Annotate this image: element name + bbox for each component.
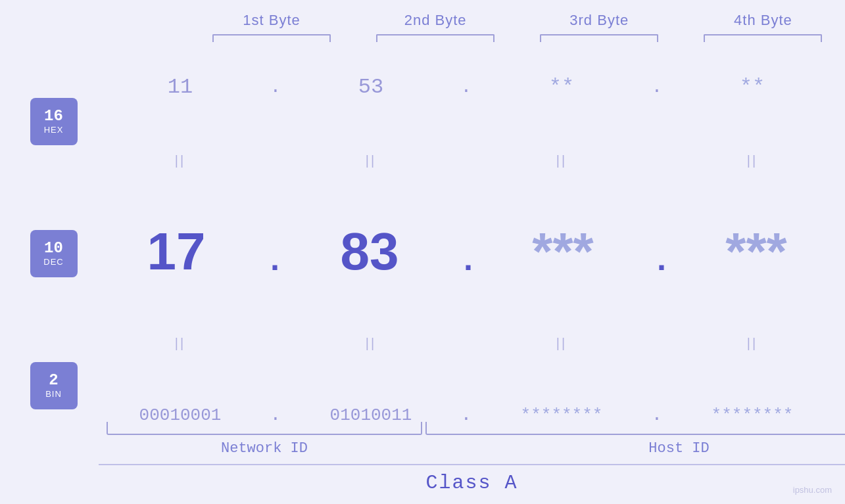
main-container: 1st Byte 2nd Byte 3rd Byte 4th Byte 16 H…	[0, 0, 845, 504]
hex-value-2: 53	[282, 75, 460, 99]
dec-cell-3: ***	[474, 221, 652, 282]
hex-badge-num: 16	[44, 108, 63, 125]
bracket-top-3	[540, 34, 658, 42]
hex-badge: 16 HEX	[30, 98, 78, 145]
equals2-2: ||	[366, 336, 376, 351]
eq2-cell-3: ||	[473, 336, 650, 351]
dec-badge-label: DEC	[43, 257, 63, 267]
dec-cell-4: ***	[667, 221, 845, 282]
eq2-cell-4: ||	[664, 336, 841, 351]
byte-label-2: 2nd Byte	[404, 12, 467, 29]
network-bracket	[107, 422, 422, 435]
host-id-container: Host ID	[430, 440, 845, 457]
watermark-text: ipshu.com	[793, 485, 832, 495]
dec-value-3: ***	[474, 221, 652, 282]
byte-col-1: 1st Byte	[189, 12, 353, 42]
dec-badge-num: 10	[44, 240, 63, 257]
class-row: Class A	[99, 464, 845, 494]
equals-3: ||	[556, 153, 567, 168]
dec-dot-2: .	[458, 225, 474, 278]
equals-1: ||	[175, 153, 185, 168]
dec-dot-3: .	[652, 225, 667, 278]
dec-cell-2: 83	[281, 221, 458, 282]
byte-col-2: 2nd Byte	[354, 12, 518, 42]
hex-value-4: **	[664, 75, 841, 99]
hex-cell-1: 11	[91, 75, 269, 99]
eq-cell-1: ||	[91, 153, 269, 168]
equals2-1: ||	[175, 336, 185, 351]
hex-cell-2: 53	[282, 75, 460, 99]
header-row: 1st Byte 2nd Byte 3rd Byte 4th Byte	[0, 12, 845, 42]
hex-cell-3: **	[473, 75, 650, 99]
dec-row: 17 . 83 . *** . ***	[87, 221, 845, 282]
byte-col-4: 4th Byte	[681, 12, 845, 42]
byte-label-1: 1st Byte	[243, 12, 300, 29]
equals-4: ||	[747, 153, 758, 168]
network-id-label: Network ID	[221, 440, 308, 457]
class-label: Class A	[425, 472, 518, 494]
hex-badge-label: HEX	[44, 125, 64, 135]
equals-row-2: || || || ||	[87, 336, 845, 351]
byte-label-3: 3rd Byte	[569, 12, 629, 29]
eq-cell-4: ||	[664, 153, 841, 168]
bracket-top-2	[376, 34, 495, 42]
watermark: ipshu.com	[793, 484, 832, 496]
hex-dot-3: .	[650, 77, 664, 97]
badges-column: 16 HEX 10 DEC 2 BIN	[0, 42, 87, 504]
dec-value-2: 83	[281, 221, 458, 282]
equals-row-1: || || || ||	[87, 153, 845, 168]
network-id-container: Network ID	[99, 440, 430, 457]
dec-dot-1: .	[265, 225, 281, 278]
hex-row: 11 . 53 . ** . **	[87, 75, 845, 99]
byte-col-3: 3rd Byte	[518, 12, 681, 42]
host-bracket	[425, 422, 845, 435]
equals-2: ||	[366, 153, 376, 168]
bin-badge-label: BIN	[45, 389, 62, 399]
hex-value-3: **	[473, 75, 650, 99]
hex-dot-1: .	[269, 77, 282, 97]
dec-value-1: 17	[87, 221, 265, 282]
hex-dot-2: .	[460, 77, 473, 97]
bracket-top-1	[212, 34, 331, 42]
eq-cell-3: ||	[473, 153, 650, 168]
bracket-top-4	[704, 34, 822, 42]
hex-cell-4: **	[664, 75, 841, 99]
bin-badge-num: 2	[49, 372, 58, 389]
bottom-brackets	[99, 422, 845, 435]
equals2-4: ||	[747, 336, 758, 351]
eq2-cell-2: ||	[282, 336, 460, 351]
dec-badge: 10 DEC	[30, 230, 78, 277]
dec-value-4: ***	[667, 221, 845, 282]
dec-cell-1: 17	[87, 221, 265, 282]
eq2-cell-1: ||	[91, 336, 269, 351]
host-id-label: Host ID	[648, 440, 709, 457]
byte-label-4: 4th Byte	[734, 12, 792, 29]
bin-badge: 2 BIN	[30, 362, 78, 409]
eq-cell-2: ||	[282, 153, 460, 168]
id-labels-row: Network ID Host ID	[99, 440, 845, 457]
equals2-3: ||	[556, 336, 567, 351]
hex-value-1: 11	[91, 75, 269, 99]
